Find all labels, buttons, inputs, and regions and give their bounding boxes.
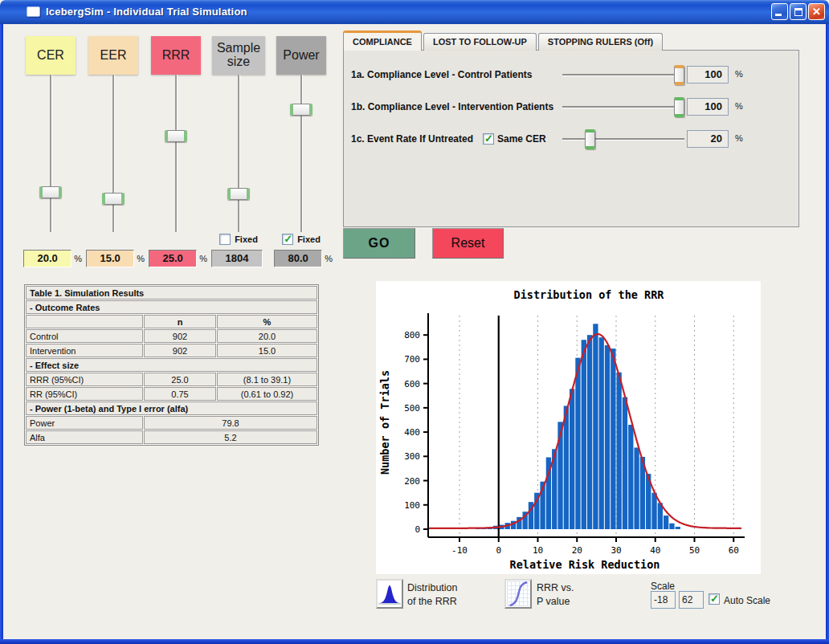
- tab-strip: COMPLIANCELOST TO FOLLOW-UPSTOPPING RULE…: [343, 31, 663, 51]
- param-value-rrr[interactable]: 25.0: [149, 250, 197, 267]
- table-row: - Effect size: [26, 358, 317, 372]
- go-button[interactable]: GO: [343, 228, 415, 259]
- table-cell: Intervention: [26, 344, 143, 357]
- compliance-slider-track-2[interactable]: [562, 106, 684, 108]
- compliance-slider-track-1[interactable]: [562, 74, 684, 75]
- tab-compliance[interactable]: COMPLIANCE: [343, 31, 422, 51]
- svg-text:800: 800: [404, 330, 420, 340]
- param-slider-thumb-sample-size[interactable]: [227, 188, 250, 200]
- compliance-row-label: 1a. Compliance Level - Control Patients: [351, 63, 532, 87]
- compliance-value-2[interactable]: 100: [687, 98, 729, 116]
- minimize-button[interactable]: [771, 3, 788, 20]
- auto-scale-checkbox[interactable]: [709, 593, 720, 605]
- svg-text:600: 600: [404, 379, 420, 389]
- table-cell: 25.0: [144, 373, 216, 386]
- table-cell: RRR (95%CI): [26, 373, 143, 386]
- param-slider-thumb-eer[interactable]: [102, 193, 125, 205]
- compliance-row-label: 1c. Event Rate If Untreated: [351, 127, 473, 151]
- param-slider-track-eer[interactable]: [112, 75, 114, 232]
- scale-min-input[interactable]: [651, 591, 676, 609]
- table-row: Table 1. Simulation Results: [26, 286, 317, 300]
- svg-text:400: 400: [404, 427, 420, 438]
- table-cell: 5.2: [144, 430, 317, 444]
- svg-text:0: 0: [496, 545, 501, 556]
- table-cell: Alfa: [26, 430, 143, 444]
- svg-text:200: 200: [404, 476, 420, 487]
- table-cell: Control: [26, 329, 143, 343]
- tab-lost-to-follow-up[interactable]: LOST TO FOLLOW-UP: [423, 33, 537, 51]
- app-window: IcebergSim - Individual Trial Simulation…: [0, 0, 829, 644]
- table-row: - Outcome Rates: [26, 300, 317, 314]
- fixed-label-sample-size: Fixed: [235, 234, 258, 244]
- svg-text:20: 20: [572, 545, 582, 556]
- compliance-slider-track-3[interactable]: [562, 138, 684, 140]
- param-fixed-row-rrr: [145, 233, 207, 246]
- param-slider-track-rrr[interactable]: [175, 75, 177, 232]
- rrr-histogram-svg: 0100200300400500600700800-10010203040506…: [376, 281, 761, 574]
- table-cell: 79.8: [144, 416, 317, 430]
- table-cell: 902: [144, 344, 216, 357]
- svg-text:500: 500: [404, 403, 420, 414]
- reset-button[interactable]: Reset: [432, 228, 504, 259]
- same-cer-checkbox[interactable]: [483, 133, 494, 145]
- param-slider-track-power[interactable]: [300, 75, 302, 232]
- table-row: Control90220.0: [26, 329, 317, 343]
- maximize-button[interactable]: [790, 3, 807, 20]
- table-row: RRR (95%CI)25.0(8.1 to 39.1): [26, 373, 317, 386]
- compliance-slider-thumb-1[interactable]: [674, 65, 684, 85]
- svg-text:0: 0: [414, 524, 420, 535]
- compliance-value-1[interactable]: 100: [687, 66, 729, 84]
- auto-scale-label: Auto Scale: [724, 595, 770, 606]
- param-slider-thumb-power[interactable]: [290, 104, 312, 116]
- window-title: IcebergSim - Individual Trial Simulation: [46, 6, 247, 18]
- param-slider-thumb-rrr[interactable]: [165, 130, 187, 142]
- svg-text:10: 10: [533, 545, 543, 556]
- table-cell: (0.61 to 0.92): [217, 387, 317, 401]
- fixed-checkbox-power[interactable]: [282, 234, 293, 245]
- scale-max-input[interactable]: [679, 591, 704, 609]
- compliance-row-2: 1b. Compliance Level - Intervention Pati…: [351, 95, 794, 119]
- tab-stopping-rulers[interactable]: STOPPING RULERS (Off): [538, 33, 663, 51]
- param-fixed-row-sample-size: Fixed: [207, 233, 270, 246]
- compliance-unit-1: %: [735, 69, 743, 79]
- table-row: Intervention90215.0: [26, 344, 317, 357]
- param-label-power: Power: [276, 36, 326, 75]
- param-slider-track-sample-size[interactable]: [238, 75, 239, 232]
- pvalue-button[interactable]: [504, 579, 532, 609]
- parameter-sliders: CER20.0%EER15.0%RRR25.0%Sample sizeFixed…: [19, 36, 334, 271]
- compliance-value-3[interactable]: 20: [687, 130, 729, 148]
- param-value-eer[interactable]: 15.0: [86, 250, 134, 267]
- param-fixed-row-power: Fixed: [270, 233, 333, 246]
- param-value-power[interactable]: 80.0: [274, 250, 322, 267]
- param-column-eer: EER15.0%: [82, 36, 145, 271]
- distribution-button[interactable]: [376, 579, 403, 609]
- compliance-slider-thumb-2[interactable]: [674, 97, 684, 117]
- table-cell: n: [144, 315, 216, 328]
- bell-curve-icon: [378, 581, 401, 605]
- svg-text:50: 50: [689, 545, 700, 556]
- fixed-checkbox-sample-size[interactable]: [219, 234, 231, 245]
- param-column-sample-size: Sample sizeFixed1804: [207, 36, 270, 271]
- rrr-histogram-chart: 0100200300400500600700800-10010203040506…: [376, 281, 761, 574]
- param-slider-track-cer[interactable]: [50, 75, 51, 232]
- table-cell: [26, 315, 143, 328]
- close-button[interactable]: ✕: [808, 3, 825, 20]
- param-fixed-row-eer: [82, 233, 145, 246]
- maximize-icon: [794, 8, 802, 16]
- param-value-row-eer: 15.0%: [82, 250, 145, 267]
- compliance-slider-thumb-3[interactable]: [585, 129, 595, 149]
- table-cell: 20.0: [217, 329, 317, 343]
- pvalue-button-label: RRR vs. P value: [537, 581, 574, 609]
- svg-text:60: 60: [729, 545, 739, 556]
- param-label-sample-size: Sample size: [212, 36, 265, 75]
- close-icon: ✕: [809, 6, 824, 18]
- param-value-cer[interactable]: 20.0: [23, 250, 71, 267]
- window-border-bottom: [0, 639, 829, 644]
- param-column-power: PowerFixed80.0%: [270, 36, 333, 271]
- minimize-icon: [775, 14, 782, 16]
- param-value-sample-size[interactable]: 1804: [211, 250, 263, 267]
- table-cell: %: [217, 315, 317, 328]
- svg-text:-10: -10: [451, 545, 468, 556]
- param-unit-cer: %: [74, 254, 82, 263]
- param-slider-thumb-cer[interactable]: [39, 186, 62, 198]
